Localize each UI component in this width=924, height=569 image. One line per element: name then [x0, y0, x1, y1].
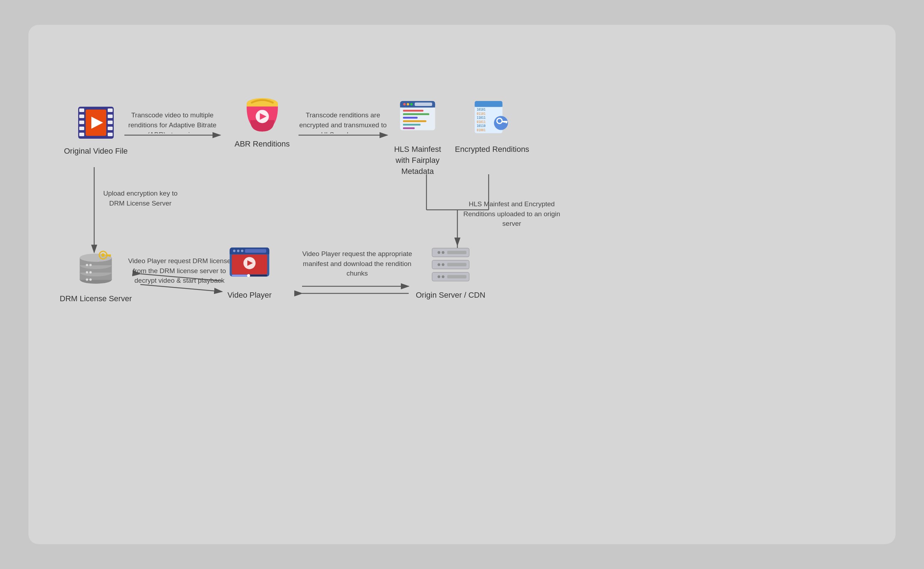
svg-rect-30: [247, 103, 278, 106]
svg-point-82: [237, 250, 240, 252]
arrow-label-vp-drm: Video Player request DRM license from th…: [124, 256, 235, 286]
svg-rect-59: [504, 121, 505, 123]
svg-point-67: [86, 271, 88, 274]
svg-point-81: [233, 250, 236, 252]
svg-rect-22: [108, 108, 113, 112]
svg-point-101: [442, 275, 445, 278]
diagram: Transcode video to multiple renditions f…: [29, 25, 895, 544]
svg-point-38: [410, 103, 413, 106]
origin-server-icon: [429, 245, 472, 286]
film-icon: [76, 103, 115, 142]
svg-point-70: [89, 278, 92, 281]
svg-point-90: [247, 274, 250, 277]
svg-rect-75: [109, 255, 111, 257]
encrypted-label: Encrypted Renditions: [455, 144, 529, 155]
svg-rect-84: [245, 249, 266, 253]
video-player-label: Video Player: [228, 290, 272, 301]
svg-text:01011: 01011: [476, 120, 486, 124]
svg-rect-44: [403, 124, 420, 126]
svg-point-36: [404, 103, 406, 106]
svg-rect-58: [505, 121, 507, 123]
svg-rect-89: [232, 275, 249, 276]
hls-icon: [398, 100, 437, 140]
svg-point-77: [101, 253, 105, 257]
svg-text:01001: 01001: [476, 128, 486, 132]
svg-point-72: [89, 264, 92, 266]
video-player-node: Video Player: [228, 245, 272, 301]
svg-rect-42: [403, 117, 417, 119]
origin-server-node: Origin Server / CDN: [416, 245, 486, 301]
svg-point-68: [89, 271, 92, 274]
svg-rect-102: [447, 275, 466, 278]
arrow-label-abr-hls: Transcode renditions are encrypted and t…: [297, 110, 389, 133]
arrow-label-hls-origin: HLS Mainfest and Encrypted Renditions up…: [462, 199, 561, 228]
original-video-node: Original Video File: [64, 103, 127, 157]
svg-text:10101: 10101: [476, 108, 486, 111]
enc-icon: 10101 01101 11011 01011 10110 01001: [473, 100, 512, 140]
arrow-label-video-abr: Transcode video to multiple renditions f…: [124, 110, 220, 133]
svg-rect-45: [403, 127, 415, 129]
svg-text:10110: 10110: [476, 124, 486, 128]
svg-rect-24: [108, 120, 113, 124]
hls-node: HLS Mainfest with Fairplay Metadata: [387, 100, 448, 177]
svg-rect-18: [79, 114, 84, 118]
svg-point-83: [241, 250, 243, 252]
svg-point-69: [86, 278, 88, 281]
svg-rect-48: [475, 104, 502, 107]
arrow-label-vp-server: Video Player request the appropriate man…: [300, 249, 414, 278]
svg-line-12: [140, 274, 222, 281]
svg-point-96: [437, 263, 440, 266]
svg-line-11: [140, 284, 222, 292]
svg-point-71: [86, 264, 88, 266]
drm-node: DRM License Server: [60, 249, 132, 304]
encrypted-node: 10101 01101 11011 01011 10110 01001 Encr…: [455, 100, 529, 155]
abr-label: ABR Renditions: [235, 139, 290, 150]
svg-rect-26: [108, 132, 113, 136]
origin-server-label: Origin Server / CDN: [416, 290, 486, 301]
hls-label: HLS Mainfest with Fairplay Metadata: [387, 144, 448, 177]
video-player-icon: [228, 245, 271, 286]
svg-point-97: [442, 263, 445, 266]
drm-icon: [75, 249, 116, 290]
svg-rect-43: [403, 120, 426, 122]
svg-rect-19: [79, 120, 84, 124]
drm-label: DRM License Server: [60, 294, 132, 304]
svg-rect-23: [108, 114, 113, 118]
svg-rect-21: [79, 132, 84, 136]
svg-rect-40: [403, 110, 423, 112]
svg-rect-94: [447, 251, 466, 254]
svg-point-92: [437, 251, 440, 254]
svg-text:01101: 01101: [476, 112, 486, 116]
svg-rect-17: [79, 108, 84, 112]
svg-rect-41: [403, 113, 429, 115]
svg-point-37: [407, 103, 410, 106]
svg-rect-20: [79, 126, 84, 130]
abr-node: ABR Renditions: [235, 96, 290, 150]
svg-rect-98: [447, 263, 466, 266]
svg-rect-39: [415, 102, 432, 106]
abr-icon: [243, 96, 282, 135]
main-card: Transcode video to multiple renditions f…: [29, 25, 895, 544]
original-video-label: Original Video File: [64, 146, 127, 157]
svg-rect-25: [108, 126, 113, 130]
svg-point-100: [437, 275, 440, 278]
svg-rect-76: [107, 255, 109, 256]
svg-point-93: [442, 251, 445, 254]
svg-text:11011: 11011: [476, 116, 486, 120]
arrow-label-video-drm: Upload encryption key to DRM License Ser…: [100, 189, 181, 208]
